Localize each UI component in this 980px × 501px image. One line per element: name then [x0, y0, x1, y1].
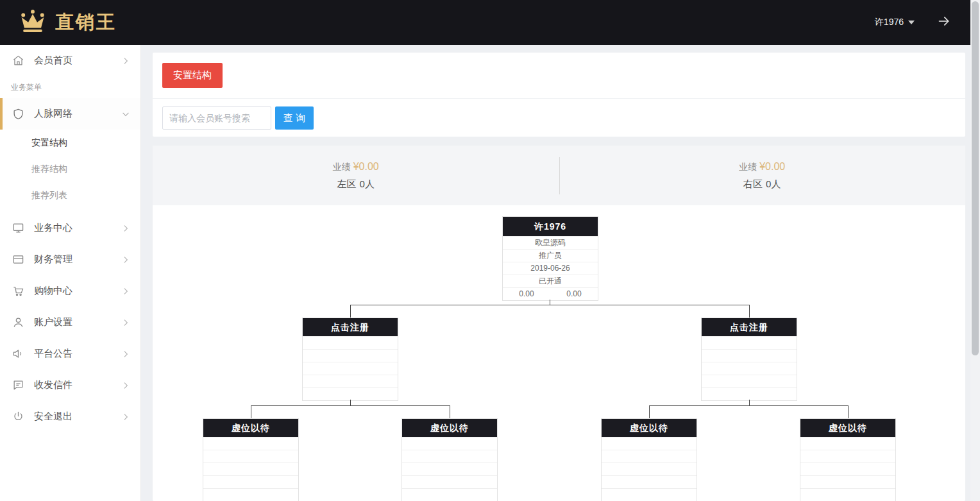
node-row	[303, 362, 398, 375]
chevron-right-icon	[121, 56, 130, 65]
node-row	[800, 488, 895, 501]
chevron-right-icon	[121, 224, 130, 233]
sidebar-item-messages[interactable]: 收发信件	[0, 369, 140, 401]
crown-icon	[18, 8, 47, 37]
node-row	[602, 450, 697, 463]
register-node-header[interactable]: 点击注册	[303, 318, 398, 336]
node-row	[203, 450, 298, 463]
node-row	[203, 488, 298, 501]
chevron-right-icon	[121, 381, 130, 390]
scrollbar-thumb[interactable]	[972, 1, 979, 355]
zone-count: 0人	[360, 178, 375, 189]
root-node-row: 推广员	[503, 249, 598, 262]
chevron-right-icon	[121, 255, 130, 264]
node-row	[602, 488, 697, 501]
chevron-right-icon	[121, 287, 130, 296]
sidebar-section-label: 业务菜单	[0, 76, 140, 98]
sidebar-item-label: 购物中心	[34, 285, 121, 297]
username: 许1976	[875, 17, 904, 28]
tree-connector	[450, 405, 450, 418]
tree-grandchild-node: 虚位以待	[401, 418, 498, 501]
sidebar: 会员首页 业务菜单 人脉网络 安置结构 推荐结构 推荐列表 业务中心 财务管理	[0, 45, 141, 501]
node-row	[203, 437, 298, 450]
member-search-input[interactable]	[162, 106, 271, 130]
tree-connector	[848, 405, 849, 418]
node-row	[800, 450, 895, 463]
zone-stats: 业绩¥0.00 左区0人 业绩¥0.00 右区0人	[153, 146, 965, 205]
sidebar-item-logout[interactable]: 安全退出	[0, 401, 140, 432]
vacant-node-header: 虚位以待	[203, 419, 298, 437]
node-row	[402, 488, 497, 501]
sidebar-item-account-settings[interactable]: 账户设置	[0, 307, 140, 338]
tree-connector	[649, 405, 848, 406]
tree-connector	[350, 305, 351, 318]
tree-connector	[550, 300, 550, 305]
sidebar-item-announcements[interactable]: 平台公告	[0, 338, 140, 369]
search-button[interactable]: 查 询	[275, 106, 314, 130]
performance-amount: ¥0.00	[353, 161, 379, 172]
vacant-node-header: 虚位以待	[602, 419, 697, 437]
root-node-name[interactable]: 许1976	[503, 217, 598, 236]
right-performance-value: 0.00	[550, 288, 598, 300]
tree-grandchild-node: 虚位以待	[601, 418, 697, 501]
sidebar-item-label: 平台公告	[34, 348, 121, 360]
node-row	[203, 463, 298, 475]
zone-count: 0人	[766, 178, 781, 189]
sidebar-subitem-placement-structure[interactable]: 安置结构	[0, 130, 140, 156]
sidebar-item-network[interactable]: 人脉网络	[0, 98, 140, 130]
user-menu[interactable]: 许1976	[875, 17, 915, 28]
app-header: 直销王 许1976	[0, 0, 980, 45]
placement-tree: 许1976 欧皇源码 推广员 2019-06-26 已开通 0.00 0.00 …	[153, 205, 965, 501]
node-row	[303, 375, 398, 387]
node-row	[800, 437, 895, 450]
logout-arrow-icon[interactable]	[936, 15, 952, 30]
node-row	[702, 375, 797, 387]
sidebar-subitem-referral-list[interactable]: 推荐列表	[0, 182, 140, 208]
sidebar-item-label: 人脉网络	[34, 108, 121, 120]
tree-child-node-left: 点击注册	[302, 318, 398, 401]
chevron-down-icon	[908, 21, 915, 24]
sidebar-item-label: 收发信件	[34, 379, 121, 391]
node-row	[702, 336, 797, 349]
message-icon	[12, 379, 24, 391]
tree-connector	[251, 405, 251, 418]
sidebar-item-business-center[interactable]: 业务中心	[0, 212, 140, 244]
node-row	[203, 475, 298, 488]
sidebar-item-member-home[interactable]: 会员首页	[0, 45, 140, 76]
brand-logo: 直销王	[18, 8, 117, 37]
performance-label: 业绩	[739, 162, 757, 172]
node-row	[702, 387, 797, 400]
tree-connector	[649, 405, 650, 418]
right-zone-stats: 业绩¥0.00 右区0人	[559, 161, 966, 191]
sidebar-item-label: 财务管理	[34, 253, 121, 266]
tree-connector	[350, 400, 351, 405]
tree-child-node-right: 点击注册	[701, 318, 797, 401]
tree-connector	[251, 405, 450, 406]
node-row	[800, 475, 895, 488]
chevron-down-icon	[121, 110, 130, 119]
root-node-row: 欧皇源码	[503, 236, 598, 249]
credit-card-icon	[12, 253, 24, 266]
sidebar-item-label: 会员首页	[34, 55, 121, 67]
sidebar-subitem-referral-structure[interactable]: 推荐结构	[0, 156, 140, 182]
node-row	[402, 437, 497, 450]
node-row	[402, 450, 497, 463]
brand-title: 直销王	[55, 10, 117, 35]
left-performance-value: 0.00	[503, 288, 550, 300]
vacant-node-header: 虚位以待	[402, 419, 497, 437]
placement-structure-button[interactable]: 安置结构	[162, 63, 223, 88]
vertical-scrollbar[interactable]	[970, 0, 980, 501]
register-node-header[interactable]: 点击注册	[702, 318, 797, 336]
sidebar-item-shopping[interactable]: 购物中心	[0, 275, 140, 307]
node-row	[702, 362, 797, 375]
zone-label: 左区	[337, 178, 357, 189]
node-row	[602, 475, 697, 488]
toolbar-card: 安置结构 查 询	[153, 53, 965, 137]
left-zone-stats: 业绩¥0.00 左区0人	[153, 161, 559, 191]
vacant-node-header: 虚位以待	[800, 419, 895, 437]
tree-connector	[749, 305, 750, 318]
monitor-icon	[12, 222, 24, 234]
cart-icon	[12, 285, 24, 297]
stats-divider	[559, 157, 560, 194]
sidebar-item-finance[interactable]: 财务管理	[0, 244, 140, 275]
